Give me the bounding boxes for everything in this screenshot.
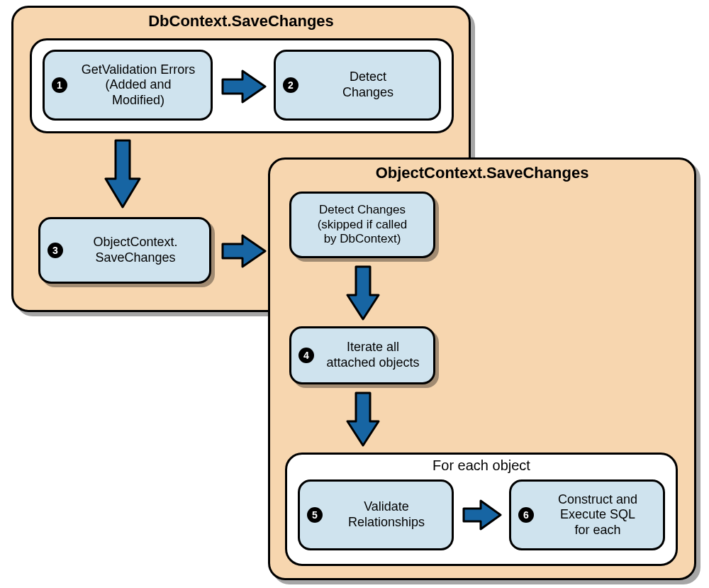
diagram-canvas: DbContext.SaveChanges 1 GetValidation Er… xyxy=(0,0,709,588)
panel-dbcontext-title: DbContext.SaveChanges xyxy=(13,8,469,30)
arrow-right-icon xyxy=(462,499,502,531)
step-4-badge: 4 xyxy=(298,348,314,363)
step-4-iterate-attached: 4 Iterate all attached objects xyxy=(289,326,435,384)
step-3-text: ObjectContext. SaveChanges xyxy=(69,231,209,270)
panel-objectcontext-title: ObjectContext.SaveChanges xyxy=(270,160,694,182)
step-3-badge: 3 xyxy=(48,243,63,258)
arrow-down-icon xyxy=(346,392,380,447)
arrow-down-icon xyxy=(104,139,141,209)
step-3-objectcontext-savechanges: 3 ObjectContext. SaveChanges xyxy=(38,217,211,284)
step-detectchanges-skipped-text: Detect Changes (skipped if called by DbC… xyxy=(291,199,433,250)
step-1-badge: 1 xyxy=(52,77,67,93)
step-2-text: Detect Changes xyxy=(304,65,439,104)
step-6-text: Construct and Execute SQL for each xyxy=(540,488,663,543)
step-1-text: GetValidation Errors (Added and Modified… xyxy=(73,58,211,113)
step-5-text: Validate Relationships xyxy=(328,495,452,534)
step-6-badge: 6 xyxy=(518,507,534,523)
step-5-validate-relationships: 5 Validate Relationships xyxy=(298,479,454,550)
step-detectchanges-skipped: Detect Changes (skipped if called by DbC… xyxy=(289,192,435,258)
step-6-construct-execute-sql: 6 Construct and Execute SQL for each xyxy=(509,479,665,550)
whitebox-foreach-title: For each object xyxy=(287,455,676,474)
arrow-right-icon xyxy=(221,234,267,268)
step-4-text: Iterate all attached objects xyxy=(320,335,433,375)
step-1-getvalidationerrors: 1 GetValidation Errors (Added and Modifi… xyxy=(43,50,213,121)
arrow-down-icon xyxy=(346,265,380,321)
step-2-badge: 2 xyxy=(283,77,298,93)
step-2-detectchanges: 2 Detect Changes xyxy=(274,50,441,121)
step-5-badge: 5 xyxy=(307,507,323,523)
arrow-right-icon xyxy=(221,70,267,104)
